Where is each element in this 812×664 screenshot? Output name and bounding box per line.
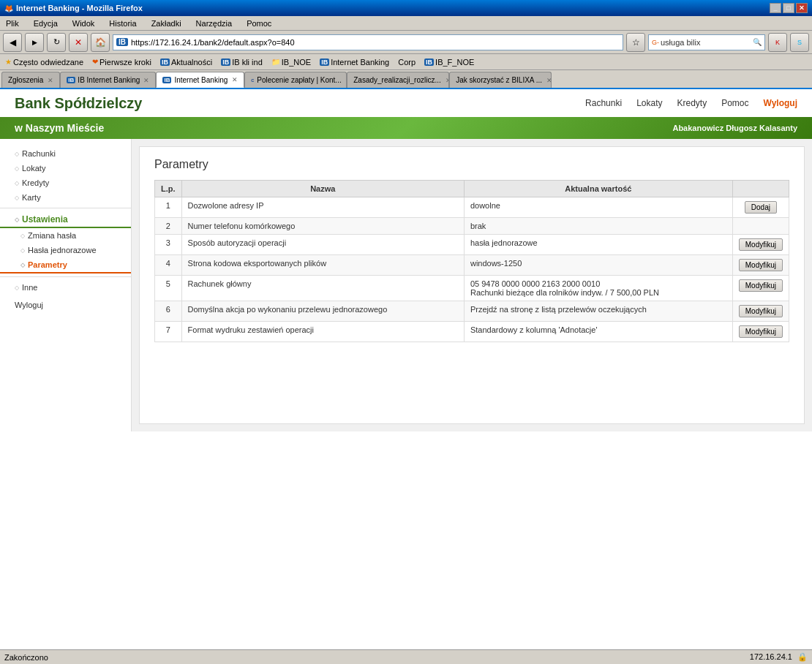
parameters-table: L.p. Nazwa Aktualna wartość 1 Dozwolone … <box>154 180 789 342</box>
nav-kredyty[interactable]: Kredyty <box>677 98 707 108</box>
ib-icon: IB <box>221 59 230 66</box>
row-action[interactable]: Modyfikuj <box>732 301 789 322</box>
sidebar-label: Wyloguj <box>15 301 43 309</box>
window-controls[interactable]: _ □ ✕ <box>770 3 808 13</box>
bookmark-aktualnosci[interactable]: IB Aktualności <box>158 57 214 67</box>
table-row: 7 Format wydruku zestawień operacji Stan… <box>155 322 789 342</box>
menu-edit[interactable]: Edycja <box>31 18 61 29</box>
modyfikuj-button[interactable]: Modyfikuj <box>739 279 783 292</box>
tab-zasady[interactable]: Zasady_realizacji_rozlicz... ✕ <box>347 72 449 88</box>
nav-lokaty[interactable]: Lokaty <box>636 98 662 108</box>
search-icon[interactable]: 🔍 <box>753 38 762 46</box>
sidebar-label: Zmiana hasła <box>28 231 76 240</box>
sidebar-label: Rachunki <box>22 149 56 158</box>
menu-view[interactable]: Widok <box>69 18 98 29</box>
tab-close-icon[interactable]: ✕ <box>143 77 149 84</box>
tab-polecenie[interactable]: c Polecenie zapłaty | Kont... ✕ <box>244 72 347 88</box>
maximize-button[interactable]: □ <box>783 3 794 13</box>
tab-bilix[interactable]: Jak skorzystać z BILIXA ... ✕ <box>449 72 552 88</box>
ib-icon: IB <box>424 59 434 66</box>
table-row: 1 Dozwolone adresy IP dowolne Dodaj <box>155 197 789 218</box>
bookmark-ib-noe-folder[interactable]: 📁 IB_NOE <box>269 57 313 67</box>
bookmark-ib-f-noe[interactable]: IB IB_F_NOE <box>422 57 476 67</box>
forward-button[interactable]: ▶ <box>25 33 44 52</box>
menu-file[interactable]: Plik <box>3 18 22 29</box>
menu-bookmarks[interactable]: Zakładki <box>149 18 184 29</box>
close-button[interactable]: ✕ <box>796 3 808 13</box>
address-bar[interactable]: IB https://172.16.24.1/bank2/default.asp… <box>113 34 623 50</box>
back-button[interactable]: ◀ <box>3 33 22 52</box>
refresh-button[interactable]: ↻ <box>47 33 66 52</box>
row-action[interactable]: Modyfikuj <box>732 276 789 301</box>
sidebar-item-inne[interactable]: ◇ Inne <box>0 280 131 295</box>
modyfikuj-button[interactable]: Modyfikuj <box>739 259 783 271</box>
sidebar-item-karty[interactable]: ◇ Karty <box>0 190 131 205</box>
row-action[interactable]: Modyfikuj <box>732 255 789 276</box>
bookmark-corp[interactable]: Corp <box>396 57 418 67</box>
tab-close-icon[interactable]: ✕ <box>546 77 552 84</box>
table-row: 3 Sposób autoryzacji operacji hasła jedn… <box>155 235 789 255</box>
nav-wyloguj[interactable]: Wyloguj <box>764 98 797 108</box>
tab-close-icon[interactable]: ✕ <box>232 76 238 83</box>
tab-internet-banking-active[interactable]: IB Internet Banking ✕ <box>156 72 244 88</box>
tab-zgloszenia[interactable]: Zgłoszenia ✕ <box>1 72 60 88</box>
tab-label: Zasady_realizacji_rozlicz... <box>353 76 441 84</box>
row-name: Format wydruku zestawień operacji <box>181 322 464 342</box>
tab-label: IB Internet Banking <box>78 76 140 84</box>
kaspersky-button[interactable]: K <box>768 33 787 52</box>
row-action[interactable]: Modyfikuj <box>732 322 789 342</box>
tab-close-icon[interactable]: ✕ <box>48 77 53 84</box>
ib-icon: IB <box>162 77 171 83</box>
folder-icon: 📁 <box>271 58 280 66</box>
ib-icon: IB <box>67 77 75 83</box>
citi-icon: c <box>251 77 254 83</box>
star-icon: ★ <box>5 58 12 66</box>
sidebar-label: Karty <box>22 193 41 202</box>
tab-label: Internet Banking <box>174 76 228 84</box>
home-button[interactable]: 🏠 <box>91 33 110 52</box>
row-action[interactable]: Dodaj <box>732 197 789 218</box>
nav-pomoc[interactable]: Pomoc <box>721 98 748 108</box>
sidebar-item-hasla-jednorazowe[interactable]: ◇ Hasła jednorazowe <box>0 243 131 257</box>
row-value: dowolne <box>464 197 732 218</box>
sidebar-item-zmiana-hasla[interactable]: ◇ Zmiana hasła <box>0 228 131 243</box>
search-bar[interactable]: G- usługa bilix 🔍 <box>648 34 765 50</box>
tabs-bar: Zgłoszenia ✕ IB IB Internet Banking ✕ IB… <box>0 70 812 89</box>
sidebar-item-wyloguj[interactable]: Wyloguj <box>0 298 131 312</box>
tab-ib-internet-banking-1[interactable]: IB IB Internet Banking ✕ <box>60 72 156 88</box>
bookmark-label: Często odwiedzane <box>13 58 83 67</box>
sidebar-item-lokaty[interactable]: ◇ Lokaty <box>0 161 131 176</box>
bookmark-internet-banking[interactable]: IB Internet Banking <box>317 57 391 67</box>
modyfikuj-button[interactable]: Modyfikuj <box>739 305 783 317</box>
tab-label: Jak skorzystać z BILIXA ... <box>456 76 542 84</box>
sidebar-item-ustawienia[interactable]: ◇ Ustawienia <box>0 211 131 228</box>
green-banner-title: w Naszym Mieście <box>15 122 104 134</box>
sidebar-item-rachunki[interactable]: ◇ Rachunki <box>0 146 131 161</box>
row-lp: 1 <box>155 197 182 218</box>
sidebar-item-parametry[interactable]: ◇ Parametry <box>0 257 131 273</box>
sidebar-item-kredyty[interactable]: ◇ Kredyty <box>0 176 131 190</box>
skype-button[interactable]: S <box>790 33 809 52</box>
row-name: Numer telefonu komórkowego <box>181 218 464 235</box>
dodaj-button[interactable]: Dodaj <box>745 201 777 214</box>
modyfikuj-button[interactable]: Modyfikuj <box>739 325 783 338</box>
sidebar-label: Parametry <box>28 260 67 269</box>
bookmark-first-steps[interactable]: ❤ Pierwsze kroki <box>90 57 154 67</box>
menu-history[interactable]: Historia <box>106 18 139 29</box>
lock-icon: 🔒 <box>797 652 808 661</box>
menu-help[interactable]: Pomoc <box>244 18 274 29</box>
search-engine-icon: G- <box>652 39 659 46</box>
star-button[interactable]: ☆ <box>626 33 645 52</box>
row-action <box>732 218 789 235</box>
bookmark-ib-kli[interactable]: IB IB kli ind <box>219 57 265 67</box>
minimize-button[interactable]: _ <box>770 3 781 13</box>
row-value: hasła jednorazowe <box>464 235 732 255</box>
stop-button[interactable]: ✕ <box>69 33 88 52</box>
menu-tools[interactable]: Narzędzia <box>193 18 236 29</box>
bookmark-often-visited[interactable]: ★ Często odwiedzane <box>3 57 86 67</box>
modyfikuj-button[interactable]: Modyfikuj <box>739 238 783 251</box>
nav-rachunki[interactable]: Rachunki <box>585 98 622 108</box>
bookmark-label: Corp <box>398 58 416 67</box>
url-text: https://172.16.24.1/bank2/default.aspx?o… <box>131 38 295 47</box>
row-action[interactable]: Modyfikuj <box>732 235 789 255</box>
